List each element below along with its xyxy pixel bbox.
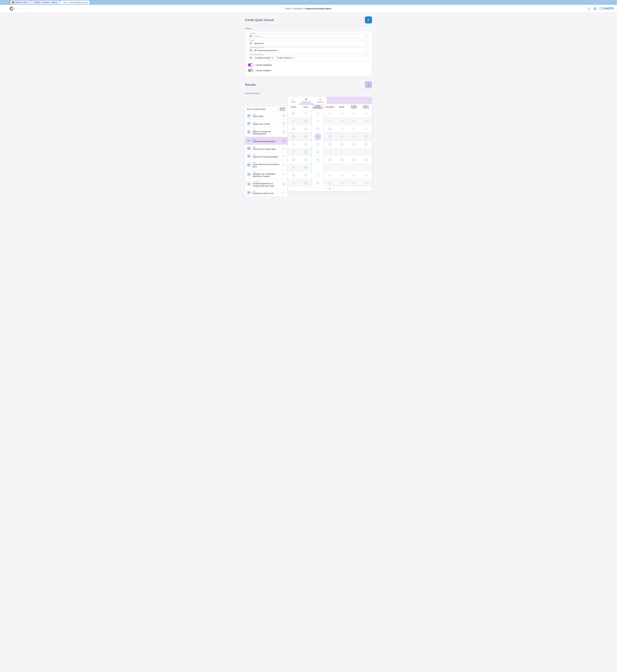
xmark-icon: ✕: [365, 128, 367, 130]
logo-icon: [10, 7, 13, 11]
column-header[interactable]: Guarantees: [324, 104, 336, 110]
fund-row[interactable]: M,P IFAD Adaptation for Smallholder Agri…: [245, 170, 287, 179]
panel-tab-instruments[interactable]: 🛠Instruments: [299, 97, 314, 104]
run-search-button[interactable]: [365, 16, 372, 23]
instrument-cell: ✓: [312, 133, 324, 140]
fund-type-badge: RDB: [247, 139, 251, 143]
toggle-switch[interactable]: [248, 63, 253, 66]
instrument-cell: ✕: [348, 125, 360, 133]
check-icon: ✓: [341, 158, 343, 161]
check-icon: ✓: [304, 135, 307, 138]
close-window-button[interactable]: [1, 2, 3, 3]
toggle-switch[interactable]: [248, 69, 253, 72]
chip-label: Enabling Activities: [255, 57, 271, 59]
fund-row[interactable]: GA AFD 2050 Facility ✓: [245, 112, 287, 120]
fund-org: FMO: [253, 191, 280, 192]
panel-tab-activities[interactable]: ≣Activities: [314, 97, 327, 104]
country-field[interactable]: Country Tunisia ▾: [247, 33, 370, 39]
column-header[interactable]: Grants: [287, 104, 300, 110]
browser-tab[interactable]: UNOPS Collect ×: [11, 1, 31, 4]
maximize-window-button[interactable]: [6, 2, 8, 3]
column-header[interactable]: Budget Support: [348, 104, 360, 110]
xmark-icon: ✕: [317, 174, 319, 176]
partner-status: ✕: [281, 163, 286, 166]
xmark-icon: ✕: [341, 182, 343, 184]
column-header[interactable]: Project Finance: [360, 104, 372, 110]
instrument-cell: ✕: [348, 179, 360, 187]
partner-status: ✓: [281, 114, 286, 117]
filter-chip[interactable]: Enabling Activities⊗: [254, 56, 275, 60]
fund-row[interactable]: GA AFD Agence Française de Développement…: [245, 127, 287, 137]
breadcrumb-home[interactable]: Home: [286, 7, 291, 10]
xmark-icon: ✕: [365, 120, 367, 123]
browser-tab[interactable]: Inbox – emamirelar@unops.org ×: [60, 1, 89, 4]
download-icon: [367, 83, 370, 86]
close-tab-icon[interactable]: ×: [28, 1, 29, 4]
fund-row[interactable]: GA Aus DFAT Australia Department of Fore…: [245, 179, 287, 189]
panel-tab-label: Instruments: [302, 101, 311, 103]
instrument-cell: ✕: [287, 148, 300, 156]
chrome-overflow-button[interactable]: ⌄: [611, 1, 616, 4]
pager: [287, 187, 372, 191]
instrument-cell: ✕: [324, 110, 336, 117]
column-headers: GrantsLoansEquity InvestmentsGuaranteesB…: [287, 104, 372, 110]
panel-tab-label: Activities: [317, 101, 324, 103]
remove-chip-icon[interactable]: ⊗: [292, 57, 293, 59]
instrument-cell: ✕: [336, 117, 348, 125]
new-tab-button[interactable]: +: [308, 1, 313, 4]
column-header[interactable]: Equity Investments: [312, 104, 324, 110]
fund-row[interactable]: GA AFD Adapt'Action Facility ✓: [245, 120, 287, 127]
xmark-icon: ✕: [365, 174, 367, 176]
instrument-cell: ✓: [336, 141, 348, 148]
panel-tab-details[interactable]: ⚠Details: [287, 97, 299, 104]
profile-icon[interactable]: [594, 7, 596, 10]
globe-icon: [249, 56, 252, 59]
fund-row[interactable]: MFI EDFI Agriculture Financing Initiativ…: [245, 152, 287, 160]
cloud-sync-icon[interactable]: [587, 8, 591, 10]
instrument-cell: ✓: [300, 148, 312, 156]
financing-instrument-field[interactable]: Financing Instrument All Financing Instr…: [247, 47, 370, 53]
fund-name: Australia Department of Foreign Affairs …: [253, 182, 280, 187]
instrument-cell: ✓: [348, 141, 360, 148]
globe-icon: [249, 35, 252, 37]
instrument-cell: [336, 164, 348, 171]
instrument-cell: ✕: [360, 179, 372, 187]
instrument-cell: ✓: [312, 148, 324, 156]
results-match-count: 9/16 funds match: [245, 92, 372, 95]
remove-chip-icon[interactable]: ⊗: [272, 57, 273, 59]
toggle-row: Climate Mitigation: [248, 63, 369, 66]
column-header[interactable]: Loans: [300, 104, 312, 110]
chip-label: Project Delivery: [277, 57, 291, 59]
browser-tab[interactable]: UNOPS – Calendar – Week of ... ×: [31, 1, 60, 4]
fund-row[interactable]: DB FMO Building Prospects Fund ✕: [245, 189, 287, 197]
breadcrumb-app[interactable]: AppName: [293, 7, 303, 10]
instrument-cell: ✓: [360, 156, 372, 163]
close-tab-icon[interactable]: ×: [89, 1, 89, 4]
column-header[interactable]: Bonds: [336, 104, 348, 110]
fund-instruments-row: ✓✓✓✓✕✕✕: [287, 125, 372, 133]
tab-favicon: [12, 1, 14, 3]
fund-row[interactable]: RDB AIIB Asian Infrastructure Investment…: [245, 160, 287, 170]
xmark-icon: ✕: [353, 182, 355, 184]
panel-tab-label: Details: [290, 101, 296, 103]
financing-purposes-field[interactable]: Financing Purposes Enabling Activities⊗P…: [247, 55, 370, 61]
instrument-cell: ✓: [324, 156, 336, 163]
fund-row[interactable]: RDB AfDB African Export-Import Bank ✕: [245, 145, 287, 152]
check-icon: ✓: [329, 143, 331, 146]
minimize-window-button[interactable]: [4, 2, 5, 3]
fund-row[interactable]: RDB AfDB African Development Bank ✓: [245, 137, 287, 145]
pager-dot[interactable]: [327, 188, 328, 189]
breadcrumb-page[interactable]: Project/Assessment Name: [305, 7, 331, 10]
tab-title: Inbox – emamirelar@unops.org: [63, 1, 88, 3]
fund-org: IFAD: [253, 171, 280, 173]
pager-dot[interactable]: [330, 188, 330, 189]
instrument-cell: ✕: [324, 171, 336, 179]
sector-field[interactable]: Sector Agriculture ▾: [247, 40, 370, 46]
download-results-button[interactable]: [365, 81, 372, 88]
pager-dot[interactable]: [332, 188, 333, 189]
country-value: Tunisia: [254, 35, 365, 37]
sector-value: Agriculture: [254, 42, 365, 44]
filter-chip[interactable]: Project Delivery⊗: [276, 56, 295, 60]
instrument-cell: ✕: [336, 133, 348, 140]
fund-org: AfDB: [253, 146, 280, 148]
